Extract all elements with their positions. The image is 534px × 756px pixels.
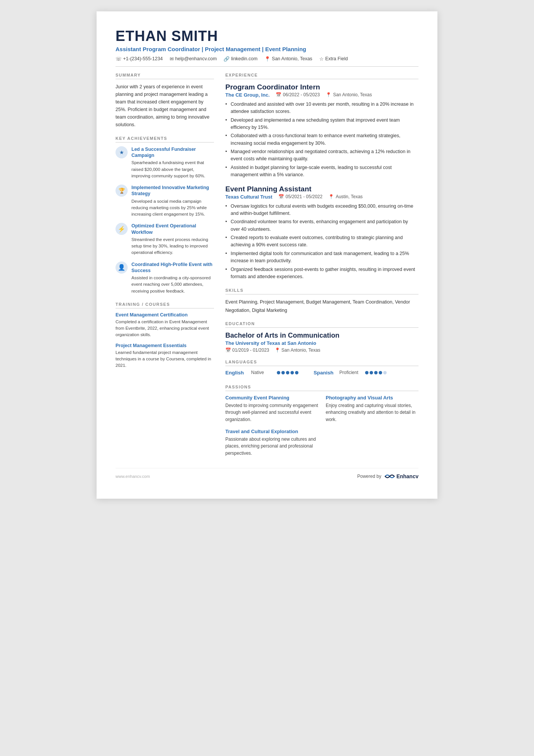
lang-level-english: Native [251,370,274,375]
education-item-1: Bachelor of Arts in Communication The Un… [225,332,418,353]
bullet-1-3: Collaborated with a cross-functional tea… [225,132,418,147]
calendar-icon-2: 📅 [278,194,284,199]
dot-es-4 [379,371,382,374]
location-icon: 📍 [264,56,270,62]
training-title-1: Event Management Certification [116,312,214,318]
job-1: Program Coordinator Intern The CE Group,… [225,83,418,179]
education-section-label: EDUCATION [225,321,418,328]
bullet-1-5: Assisted in budget planning for large-sc… [225,164,418,179]
loc-icon-2: 📍 [328,194,334,199]
passions-section-label: PASSIONS [225,385,418,391]
star-icon: ☆ [319,56,324,62]
edu-cal-icon: 📅 [225,347,231,353]
achievement-icon-3: ⚡ [116,223,128,235]
bullet-2-3: Created reports to evaluate event outcom… [225,234,418,249]
passion-desc-2: Enjoy creating and capturing visual stor… [326,402,418,423]
languages-row: English Native Spanish Proficient [225,370,418,378]
dot-en-2 [281,371,285,374]
bullet-1-4: Managed vendor relationships and negotia… [225,148,418,163]
passion-desc-3: Passionate about exploring new cultures … [225,436,318,457]
job-company-2: Texas Cultural Trust [225,194,272,200]
bullet-2-4: Implemented digital tools for communicat… [225,250,418,265]
dot-en-5 [295,371,298,374]
job-title-1: Program Coordinator Intern [225,83,418,91]
dot-es-5 [383,371,387,374]
training-desc-2: Learned fundamental project management t… [116,349,214,369]
lang-dots-spanish [365,371,387,374]
contact-location: 📍 San Antonio, Texas [264,56,312,62]
summary-section-label: SUMMARY [116,73,214,79]
job-title-2: Event Planning Assistant [225,185,418,193]
training-item-1: Event Management Certification Completed… [116,312,214,338]
job-location-1: 📍 San Antonio, Texas [326,92,372,97]
bullet-2-2: Coordinated volunteer teams for events, … [225,218,418,233]
dot-es-1 [365,371,368,374]
resume-page: ETHAN SMITH Assistant Program Coordinato… [97,11,437,499]
enhancv-logo: Enhancv [384,473,418,480]
achievement-desc-4: Assisted in coordinating a city-sponsore… [131,275,214,294]
achievement-icon-2: 🏆 [116,185,128,197]
achievement-title-1: Led a Successful Fundraiser Campaign [131,146,214,159]
contact-bar: ☏ +1-(234)-555-1234 ✉ help@enhancv.com 🔗… [116,56,418,67]
bullet-2-1: Oversaw logistics for cultural events wi… [225,203,418,218]
passion-title-1: Community Event Planning [225,395,318,401]
training-desc-1: Completed a certification in Event Manag… [116,319,214,338]
languages-section-label: LANGUAGES [225,360,418,366]
job-bullets-1: Coordinated and assisted with over 10 ev… [225,101,418,179]
passion-item-1: Community Event Planning Devoted to impr… [225,395,318,423]
achievement-title-4: Coordinated High-Profile Event with Succ… [131,261,214,274]
achievement-item-3: ⚡ Optimized Event Operational Workflow S… [116,223,214,256]
header: ETHAN SMITH Assistant Program Coordinato… [116,28,418,67]
achievement-item-1: ★ Led a Successful Fundraiser Campaign S… [116,146,214,179]
achievement-title-3: Optimized Event Operational Workflow [131,223,214,235]
contact-extra: ☆ Extra Field [319,56,348,62]
linkedin-icon: 🔗 [223,56,230,62]
achievement-title-2: Implemented Innovative Marketing Strateg… [131,185,214,197]
candidate-title: Assistant Program Coordinator | Project … [116,46,418,52]
experience-section-label: EXPERIENCE [225,73,418,79]
passion-title-3: Travel and Cultural Exploration [225,429,318,434]
job-date-1: 📅 06/2022 - 05/2023 [276,92,320,97]
passion-desc-1: Devoted to improving community engagemen… [225,402,318,423]
edu-school-1: The University of Texas at San Antonio [225,340,418,346]
contact-email: ✉ help@enhancv.com [170,56,217,62]
achievement-desc-3: Streamlined the event process reducing s… [131,236,214,256]
dot-es-2 [370,371,373,374]
enhancv-brand-name: Enhancv [397,473,418,479]
left-column: SUMMARY Junior with 2 years of experienc… [116,73,214,457]
achievement-desc-1: Spearheaded a fundraising event that rai… [131,160,214,179]
achievement-icon-1: ★ [116,146,128,158]
achievements-section-label: KEY ACHIEVEMENTS [116,136,214,142]
email-icon: ✉ [170,56,174,62]
calendar-icon-1: 📅 [276,92,281,97]
footer-website: www.enhancv.com [116,474,150,479]
enhancv-logo-icon [384,473,395,480]
job-meta-2: Texas Cultural Trust 📅 05/2021 - 05/2022… [225,194,418,200]
job-bullets-2: Oversaw logistics for cultural events wi… [225,203,418,281]
lang-dots-english [277,371,298,374]
candidate-name: ETHAN SMITH [116,28,418,44]
skills-text: Event Planning, Project Management, Budg… [225,298,418,315]
main-layout: SUMMARY Junior with 2 years of experienc… [116,73,418,457]
contact-phone: ☏ +1-(234)-555-1234 [116,56,163,62]
achievement-icon-4: 👤 [116,261,128,274]
job-company-1: The CE Group, Inc. [225,92,270,98]
dot-en-3 [286,371,289,374]
passion-item-3: Travel and Cultural Exploration Passiona… [225,429,318,457]
language-english: English Native [225,370,298,376]
dot-es-3 [374,371,378,374]
job-location-2: 📍 Austin, Texas [328,194,362,199]
lang-level-spanish: Proficient [339,370,362,375]
job-date-2: 📅 05/2021 - 05/2022 [278,194,322,199]
training-title-2: Project Management Essentials [116,343,214,348]
skills-section-label: SKILLS [225,288,418,294]
passions-grid: Community Event Planning Devoted to impr… [225,395,418,457]
dot-en-1 [277,371,280,374]
edu-meta-1: 📅 01/2019 - 01/2023 📍 San Antonio, Texas [225,347,418,353]
loc-icon-1: 📍 [326,92,331,97]
contact-linkedin: 🔗 linkedin.com [223,56,257,62]
footer: www.enhancv.com Powered by Enhancv [116,468,418,480]
achievement-item-2: 🏆 Implemented Innovative Marketing Strat… [116,185,214,218]
achievement-item-4: 👤 Coordinated High-Profile Event with Su… [116,261,214,294]
job-2: Event Planning Assistant Texas Cultural … [225,185,418,281]
